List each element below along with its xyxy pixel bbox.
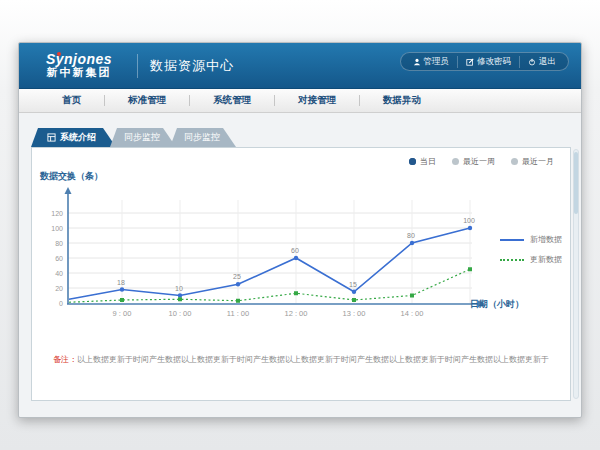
user-menu-change-password-label: 修改密码 — [477, 56, 511, 68]
svg-text:60: 60 — [291, 247, 299, 254]
svg-text:80: 80 — [55, 240, 63, 247]
page-background: Synjones 新中新集团 数据资源中心 管理员 修改密码 — [0, 0, 600, 450]
solid-line-icon — [500, 239, 524, 241]
brand-name: Synjones — [33, 53, 125, 66]
chart-panel: 当日 最近一周 最近一月 数据交换（条） 0204060801001209 : … — [31, 147, 571, 401]
user-menu: 管理员 修改密码 退出 — [400, 52, 570, 71]
x-axis-title: 日期（小时） — [470, 298, 524, 311]
edit-icon — [466, 58, 474, 66]
tab-system-intro-label: 系统介绍 — [60, 131, 96, 144]
svg-text:0: 0 — [59, 300, 63, 307]
svg-text:11 : 00: 11 : 00 — [227, 309, 249, 318]
svg-text:100: 100 — [51, 225, 63, 232]
line-chart: 0204060801001209 : 0010 : 0011 : 0012 : … — [32, 148, 492, 333]
nav-item-interface-mgmt[interactable]: 对接管理 — [275, 94, 359, 107]
user-menu-logout[interactable]: 退出 — [519, 56, 564, 68]
footnote: 备注：以上数据更新于时间产生数据以上数据更新于时间产生数据以上数据更新于时间产生… — [32, 354, 570, 365]
company-name: 新中新集团 — [33, 66, 125, 78]
svg-text:60: 60 — [55, 255, 63, 262]
tab-system-intro[interactable]: 系统介绍 — [31, 128, 116, 147]
range-option-last-month-label: 最近一月 — [522, 156, 554, 167]
logo-red-dot — [57, 52, 61, 56]
svg-text:18: 18 — [117, 279, 125, 286]
tab-sync-monitor-2-label: 同步监控 — [184, 131, 220, 144]
chart-legend: 新增数据 更新数据 — [500, 234, 562, 265]
tab-sync-monitor-1[interactable]: 同步监控 — [110, 128, 176, 147]
legend-updated-data-label: 更新数据 — [530, 254, 562, 265]
svg-text:12 : 00: 12 : 00 — [285, 309, 308, 318]
app-window: Synjones 新中新集团 数据资源中心 管理员 修改密码 — [18, 42, 582, 418]
user-menu-logout-label: 退出 — [539, 56, 556, 68]
svg-text:10 : 00: 10 : 00 — [169, 309, 192, 318]
tab-bar: 系统介绍 同步监控 同步监控 — [31, 128, 236, 147]
company-logo: Synjones 新中新集团 — [33, 53, 125, 78]
document-icon — [47, 133, 56, 142]
main-nav: 首页 标准管理 系统管理 对接管理 数据异动 — [19, 89, 581, 113]
svg-text:80: 80 — [407, 232, 415, 239]
svg-text:25: 25 — [233, 273, 241, 280]
svg-text:13 : 00: 13 : 00 — [343, 309, 366, 318]
power-icon — [528, 58, 536, 66]
radio-dot-icon — [511, 158, 518, 165]
legend-new-data-label: 新增数据 — [530, 234, 562, 245]
content-area: 系统介绍 同步监控 同步监控 当日 最近一周 — [19, 113, 581, 418]
user-icon — [413, 58, 421, 66]
footnote-prefix: 备注： — [53, 355, 77, 364]
nav-item-system-mgmt[interactable]: 系统管理 — [190, 94, 274, 107]
svg-text:40: 40 — [55, 270, 63, 277]
dotted-line-icon — [500, 259, 524, 261]
header-divider — [137, 54, 138, 78]
nav-item-home[interactable]: 首页 — [39, 94, 104, 107]
svg-text:100: 100 — [463, 217, 475, 224]
user-menu-admin-label: 管理员 — [424, 56, 450, 68]
svg-text:14 : 00: 14 : 00 — [401, 309, 424, 318]
legend-new-data: 新增数据 — [500, 234, 562, 245]
nav-item-standard-mgmt[interactable]: 标准管理 — [105, 94, 189, 107]
svg-text:10: 10 — [175, 285, 183, 292]
user-menu-change-password[interactable]: 修改密码 — [457, 56, 519, 68]
nav-item-data-change[interactable]: 数据异动 — [360, 94, 444, 107]
app-header: Synjones 新中新集团 数据资源中心 管理员 修改密码 — [19, 43, 581, 89]
svg-text:15: 15 — [349, 281, 357, 288]
tab-sync-monitor-1-label: 同步监控 — [124, 131, 160, 144]
app-title: 数据资源中心 — [150, 57, 234, 75]
scrollbar-thumb[interactable] — [574, 152, 578, 214]
svg-text:20: 20 — [55, 285, 63, 292]
svg-text:120: 120 — [51, 210, 63, 217]
footnote-text: 以上数据更新于时间产生数据以上数据更新于时间产生数据以上数据更新于时间产生数据以… — [77, 355, 549, 364]
user-menu-admin[interactable]: 管理员 — [405, 56, 458, 68]
range-option-last-month[interactable]: 最近一月 — [511, 156, 554, 167]
svg-text:9 : 00: 9 : 00 — [113, 309, 132, 318]
legend-updated-data: 更新数据 — [500, 254, 562, 265]
tab-sync-monitor-2[interactable]: 同步监控 — [170, 128, 236, 147]
vertical-scrollbar[interactable] — [573, 149, 579, 399]
